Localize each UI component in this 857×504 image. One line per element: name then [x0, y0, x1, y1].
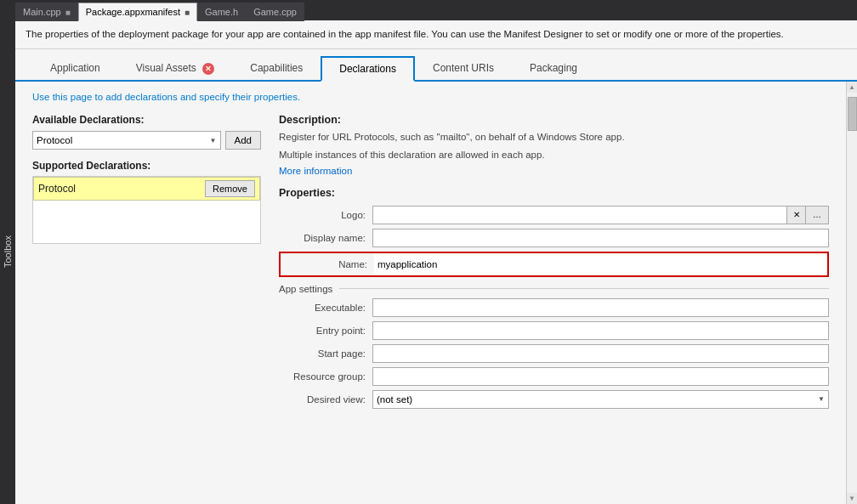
nav-tab-declarations-label: Declarations	[339, 63, 396, 75]
logo-row: Logo: ✕ …	[279, 206, 829, 224]
executable-row: Executable:	[279, 298, 829, 317]
remove-button[interactable]: Remove	[205, 180, 255, 197]
two-col-layout: Available Declarations: Protocol Add Sup…	[32, 114, 829, 494]
executable-label: Executable:	[279, 303, 372, 313]
start-page-input[interactable]	[372, 344, 829, 363]
nav-tab-capabilities[interactable]: Capabilities	[232, 56, 321, 82]
display-name-input[interactable]	[372, 229, 829, 247]
page-subtitle: Use this page to add declarations and sp…	[32, 92, 829, 102]
executable-input[interactable]	[372, 298, 829, 317]
tab-main-cpp-label: Main.cpp	[23, 7, 61, 17]
nav-tabs: Application Visual Assets ✕ Capabilities…	[15, 49, 857, 82]
page-content: Use this page to add declarations and sp…	[15, 82, 846, 504]
available-declarations-row: Protocol Add	[32, 131, 261, 150]
nav-tab-visual-assets[interactable]: Visual Assets ✕	[118, 56, 233, 82]
name-label: Name:	[281, 259, 374, 269]
supported-declarations-label: Supported Declarations:	[32, 160, 261, 172]
logo-input[interactable]	[372, 206, 786, 224]
tab-game-cpp[interactable]: Game.cpp	[246, 3, 304, 21]
scroll-thumb[interactable]	[848, 97, 857, 131]
supported-item-protocol-label: Protocol	[38, 183, 205, 195]
logo-label: Logo:	[279, 210, 372, 220]
nav-tab-packaging[interactable]: Packaging	[512, 56, 595, 82]
nav-tab-declarations[interactable]: Declarations	[321, 56, 415, 82]
resource-group-row: Resource group:	[279, 367, 829, 386]
start-page-row: Start page:	[279, 344, 829, 363]
display-name-row: Display name:	[279, 229, 829, 247]
resource-group-label: Resource group:	[279, 371, 372, 382]
info-bar: The properties of the deployment package…	[15, 20, 857, 49]
tab-game-h[interactable]: Game.h	[197, 3, 246, 21]
nav-tab-visual-assets-label: Visual Assets	[136, 62, 196, 74]
scroll-down-button[interactable]: ▼	[847, 493, 858, 504]
display-name-label: Display name:	[279, 233, 372, 243]
scroll-up-button[interactable]: ▲	[847, 82, 858, 93]
logo-input-wrapper: ✕ …	[372, 206, 829, 224]
desired-view-select-wrapper[interactable]: (not set) Default UseLess UseHalf UseMor…	[372, 390, 829, 409]
tab-main-cpp[interactable]: Main.cpp ■	[15, 3, 78, 21]
nav-tab-capabilities-label: Capabilities	[250, 62, 303, 74]
tab-game-cpp-label: Game.cpp	[253, 7, 297, 17]
supported-declarations-list: Protocol Remove	[32, 176, 261, 244]
tab-package-close[interactable]: ■	[184, 8, 190, 17]
start-page-label: Start page:	[279, 348, 372, 359]
desired-view-row: Desired view: (not set) Default UseLess …	[279, 390, 829, 409]
entry-point-row: Entry point:	[279, 321, 829, 340]
logo-browse-button[interactable]: …	[805, 206, 829, 224]
name-row: Name:	[279, 252, 829, 277]
tab-package-appxmanifest[interactable]: Package.appxmanifest ■	[78, 3, 197, 21]
desired-view-select[interactable]: (not set) Default UseLess UseHalf UseMor…	[372, 390, 829, 409]
nav-tab-application[interactable]: Application	[32, 56, 118, 82]
name-input[interactable]	[374, 253, 827, 275]
toolbox-sidebar[interactable]: Toolbox	[0, 0, 15, 504]
tab-game-h-label: Game.h	[205, 7, 238, 17]
content-area: The properties of the deployment package…	[15, 20, 857, 504]
entry-point-input[interactable]	[372, 321, 829, 340]
right-panel: Description: Register for URL Protocols,…	[275, 114, 829, 494]
app-settings-divider	[339, 288, 829, 289]
available-declarations-select[interactable]: Protocol	[32, 131, 221, 150]
left-panel: Available Declarations: Protocol Add Sup…	[32, 114, 275, 494]
toolbox-label: Toolbox	[3, 236, 13, 269]
tab-package-label: Package.appxmanifest	[86, 7, 180, 17]
logo-clear-button[interactable]: ✕	[786, 206, 805, 224]
tab-bar: Main.cpp ■ Package.appxmanifest ■ Game.h…	[15, 0, 857, 20]
description-line-2: Multiple instances of this declaration a…	[279, 148, 829, 162]
available-declarations-label: Available Declarations:	[32, 114, 261, 126]
tab-main-cpp-close[interactable]: ■	[65, 8, 71, 17]
vertical-scrollbar[interactable]: ▲ ▼	[846, 82, 857, 504]
info-bar-text: The properties of the deployment package…	[26, 29, 784, 39]
desired-view-label: Desired view:	[279, 394, 372, 405]
description-line-1: Register for URL Protocols, such as "mai…	[279, 130, 829, 144]
nav-tab-application-label: Application	[50, 62, 100, 74]
entry-point-label: Entry point:	[279, 326, 372, 336]
app-settings-label: App settings	[279, 284, 332, 294]
app-settings-section: App settings	[279, 284, 829, 294]
properties-title: Properties:	[279, 187, 829, 199]
resource-group-input[interactable]	[372, 367, 829, 386]
available-declarations-dropdown-wrap[interactable]: Protocol	[32, 131, 221, 150]
nav-tab-packaging-label: Packaging	[530, 62, 577, 74]
nav-tab-content-uris-label: Content URIs	[433, 62, 494, 74]
more-information-link[interactable]: More information	[279, 166, 352, 176]
visual-assets-error-icon: ✕	[202, 63, 214, 75]
supported-item-protocol[interactable]: Protocol Remove	[33, 177, 260, 201]
description-title: Description:	[279, 114, 829, 126]
nav-tab-content-uris[interactable]: Content URIs	[415, 56, 512, 82]
scroll-track[interactable]	[847, 93, 857, 493]
main-area: Main.cpp ■ Package.appxmanifest ■ Game.h…	[15, 0, 857, 504]
add-button[interactable]: Add	[225, 131, 261, 150]
